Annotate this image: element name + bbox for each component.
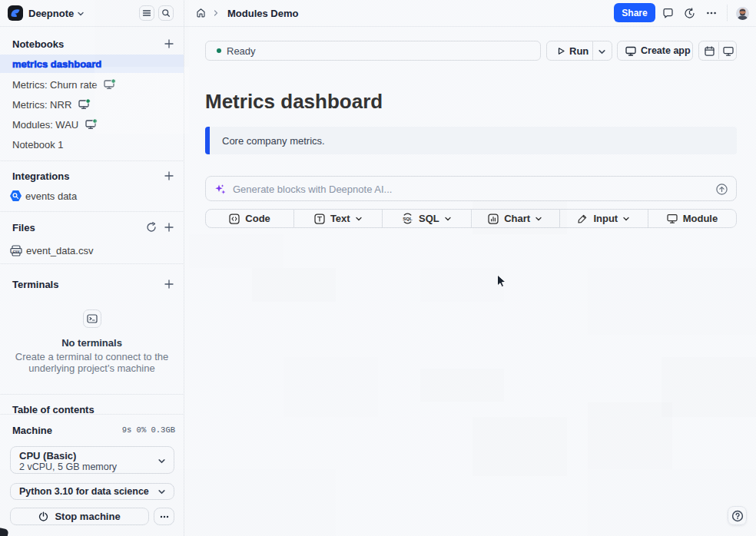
svg-text:csv: csv [13,249,20,253]
svg-text:SQL: SQL [403,216,413,221]
